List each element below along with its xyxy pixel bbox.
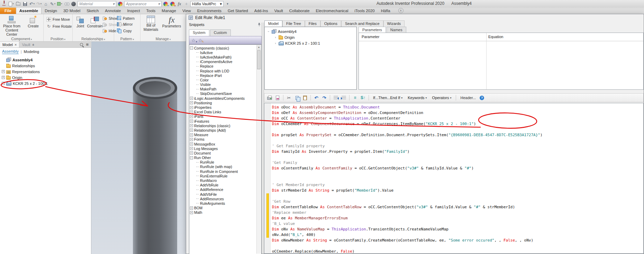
- dialog-model-item-kckr-25-x-2-100-1[interactable]: ›KCKR 25 x 2 - 100:1: [265, 40, 356, 46]
- dialog-model-item-assembly4[interactable]: ›Assembly4: [265, 28, 356, 34]
- code-line[interactable]: 'Replace member: [272, 210, 643, 216]
- dialog-tab-files[interactable]: Files: [305, 20, 320, 27]
- snippet-item[interactable]: Replace iPart: [190, 73, 261, 78]
- collapse-icon[interactable]: −: [190, 156, 193, 159]
- close-icon[interactable]: ×: [15, 43, 17, 47]
- snippet-edit-icon[interactable]: ☆✎: [198, 38, 202, 43]
- add-tab-icon[interactable]: +: [32, 43, 34, 47]
- snippet-item[interactable]: +MessageBox: [190, 142, 261, 146]
- snippet-item[interactable]: +Relationships (Add): [190, 128, 261, 132]
- adjust-clear-icon[interactable]: ×: [170, 1, 175, 7]
- snippet-item[interactable]: RuleArguments: [190, 201, 261, 205]
- snippet-item[interactable]: SkipDocumentSave: [190, 91, 261, 96]
- if-then-dropdown[interactable]: If...Then...End If: [371, 95, 404, 100]
- ribbon-tab-annotate[interactable]: Annotate: [102, 8, 124, 14]
- snippet-item[interactable]: Visible: [190, 82, 261, 87]
- fx-parameters-icon[interactable]: fx: [176, 1, 182, 7]
- code-line[interactable]: oNv.Add("B_L", 400): [272, 232, 643, 238]
- chevron-down-icon[interactable]: ›: [267, 30, 270, 33]
- browser-item-kckr-25-x-2-100-1[interactable]: +KCKR 25 x 2 - 100:1: [0, 80, 91, 86]
- ribbon-tab-design[interactable]: Design: [42, 8, 60, 14]
- code-line[interactable]: [272, 243, 643, 249]
- snippet-item[interactable]: RunRule: [190, 160, 261, 165]
- browser-item-origin[interactable]: +Origin: [0, 75, 91, 80]
- place-from-content-center-button[interactable]: Place from Content Center: [1, 16, 22, 36]
- code-line[interactable]: oCCmember.Replace(oNewMember, False): [272, 249, 643, 254]
- ribbon-tab-tools[interactable]: Tools: [143, 8, 158, 14]
- create-button[interactable]: ✶ Create: [25, 16, 42, 28]
- ribbon-tab-itools-2020[interactable]: iTools 2020: [352, 8, 378, 14]
- expand-icon[interactable]: +: [2, 70, 5, 73]
- expand-icon[interactable]: +: [190, 211, 193, 214]
- dialog-title-bar[interactable]: Edit Rule: Rule1: [186, 14, 644, 21]
- browser-item-assembly4[interactable]: Assembly4: [0, 57, 91, 63]
- snippet-item[interactable]: +Document: [190, 151, 261, 155]
- graphics-viewport[interactable]: [91, 42, 186, 254]
- code-line[interactable]: [272, 138, 643, 143]
- outdent-button[interactable]: [333, 95, 339, 101]
- pattern-button[interactable]: Pattern: [117, 16, 135, 20]
- scroll-up-icon[interactable]: ▴: [257, 45, 261, 50]
- code-line[interactable]: 'Get Row: [272, 199, 643, 204]
- ribbon-tab-get-started[interactable]: Get Started: [225, 8, 251, 14]
- qat-add-icon[interactable]: ＋: [183, 1, 189, 7]
- snippet-item[interactable]: +iFeatures: [190, 119, 261, 123]
- code-line[interactable]: Dim oDef As AssemblyComponentDefinition …: [272, 110, 643, 116]
- browser-item-relationships[interactable]: Relationships: [0, 63, 91, 69]
- export-button[interactable]: [274, 95, 281, 101]
- comment-button[interactable]: ≡: [352, 95, 358, 101]
- snippet-item[interactable]: +iProperties: [190, 105, 261, 110]
- snippets-scrollbar[interactable]: ▴: [256, 45, 261, 254]
- expand-icon[interactable]: +: [190, 115, 193, 118]
- snippet-item[interactable]: RunRule in Component: [190, 169, 261, 174]
- operators-dropdown[interactable]: Operators: [430, 95, 453, 100]
- chevron-right-icon[interactable]: ›: [274, 42, 277, 45]
- snippet-item[interactable]: AddVbFile: [190, 192, 261, 196]
- constrain-button[interactable]: Constrain: [87, 16, 103, 28]
- free-move-button[interactable]: Free Move: [46, 17, 70, 22]
- scrollbar-thumb[interactable]: [257, 50, 261, 69]
- snippet-item[interactable]: RunRule (with map): [190, 165, 261, 169]
- tab-custom[interactable]: Custom: [210, 29, 231, 36]
- vault-project-dropdown[interactable]: Häfla VaultPrc▾: [190, 1, 224, 7]
- browser-tab-vault[interactable]: Vault+: [19, 42, 37, 47]
- ribbon-tab-file[interactable]: File: [0, 8, 16, 14]
- home-icon[interactable]: ⌂: [43, 1, 49, 7]
- snippet-item[interactable]: iComponentIsActive: [190, 60, 261, 64]
- snippet-item[interactable]: +iLogic Assemblies/Components: [190, 96, 261, 100]
- code-line[interactable]: Dim oNv As NameValueMap = ThisApplicatio…: [272, 227, 643, 232]
- copy-button-code[interactable]: [294, 95, 300, 101]
- code-line[interactable]: Dim oContentTableRow As ContentTableRow …: [272, 204, 643, 210]
- qat-customize-icon[interactable]: ▾: [225, 1, 230, 7]
- help-icon[interactable]: ?: [480, 96, 484, 100]
- pin-icon[interactable]: [257, 23, 261, 27]
- undo-button[interactable]: ↶: [313, 95, 319, 101]
- expand-icon[interactable]: +: [190, 133, 193, 137]
- snippet-item[interactable]: −Run Other: [190, 156, 261, 160]
- code-line[interactable]: [272, 177, 643, 182]
- print-button[interactable]: [266, 95, 273, 101]
- snippet-item[interactable]: AddVbRule: [190, 183, 261, 187]
- snippet-item[interactable]: +Relationships (classic): [190, 123, 261, 128]
- expand-icon[interactable]: +: [190, 138, 193, 141]
- code-line[interactable]: Dim ee As MemberManagerErrorsEnum: [272, 216, 643, 221]
- expand-icon[interactable]: +: [190, 97, 193, 100]
- redo-button[interactable]: ↷: [321, 95, 327, 101]
- ribbon-tab-electromechanical[interactable]: Electromechanical: [313, 8, 352, 14]
- code-line[interactable]: Dim oNewMember As String = oContentFamil…: [272, 238, 643, 243]
- parameters-button[interactable]: fx Parameters: [162, 16, 181, 28]
- snippet-item[interactable]: +iParts: [190, 114, 261, 119]
- ribbon-tab-environments[interactable]: Environments: [194, 8, 225, 14]
- tab-parameters[interactable]: Parameters: [359, 27, 386, 33]
- paste-button[interactable]: [302, 95, 308, 101]
- redo-icon[interactable]: ↷▾: [36, 1, 42, 7]
- collapse-icon[interactable]: −: [190, 46, 193, 50]
- code-line[interactable]: Dim strMemberId As String = propSet("Mem…: [272, 188, 643, 193]
- pipe-model[interactable]: [133, 88, 177, 254]
- header-button[interactable]: Header...: [459, 95, 478, 100]
- snippet-item[interactable]: AddResources: [190, 196, 261, 201]
- code-line[interactable]: Dim familyId As Inventor.Property = prop…: [272, 149, 643, 155]
- mirror-button[interactable]: Mirror: [117, 22, 133, 26]
- ribbon-tab-view[interactable]: View: [179, 8, 194, 14]
- ribbon-collapse-icon[interactable]: ∧: [398, 8, 403, 13]
